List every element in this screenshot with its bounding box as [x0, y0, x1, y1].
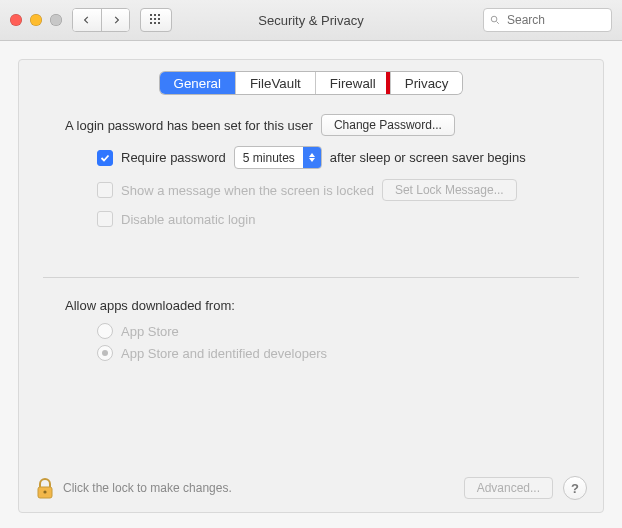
grid-icon — [149, 13, 163, 27]
search-field[interactable] — [483, 8, 612, 32]
svg-rect-1 — [154, 14, 156, 16]
delay-value: 5 minutes — [235, 151, 303, 165]
chevron-left-icon — [83, 16, 91, 24]
disable-auto-login-checkbox — [97, 211, 113, 227]
help-button[interactable]: ? — [563, 476, 587, 500]
checkmark-icon — [100, 153, 110, 163]
window-controls — [10, 14, 62, 26]
identified-developers-radio — [97, 345, 113, 361]
svg-rect-2 — [158, 14, 160, 16]
forward-button[interactable] — [101, 9, 129, 31]
back-button[interactable] — [73, 9, 101, 31]
identified-developers-label: App Store and identified developers — [121, 346, 327, 361]
divider — [43, 277, 579, 278]
show-message-checkbox — [97, 182, 113, 198]
lock-button[interactable] — [35, 477, 53, 499]
stepper-icon — [303, 147, 321, 168]
footer: Click the lock to make changes. Advanced… — [19, 464, 603, 512]
change-password-button[interactable]: Change Password... — [321, 114, 455, 136]
svg-point-9 — [491, 16, 497, 22]
tab-filevault[interactable]: FileVault — [235, 72, 315, 94]
general-content: A login password has been set for this u… — [19, 94, 603, 361]
titlebar: Security & Privacy — [0, 0, 622, 41]
lock-icon — [35, 477, 55, 501]
lock-text: Click the lock to make changes. — [63, 481, 232, 495]
search-input[interactable] — [505, 12, 605, 28]
svg-rect-5 — [158, 18, 160, 20]
appstore-radio — [97, 323, 113, 339]
svg-line-10 — [497, 22, 499, 24]
close-window-icon[interactable] — [10, 14, 22, 26]
tabs: General FileVault Firewall Privacy — [19, 72, 603, 94]
svg-rect-3 — [150, 18, 152, 20]
minimize-window-icon[interactable] — [30, 14, 42, 26]
svg-rect-4 — [154, 18, 156, 20]
zoom-window-icon — [50, 14, 62, 26]
set-lock-message-button: Set Lock Message... — [382, 179, 517, 201]
require-password-checkbox[interactable] — [97, 150, 113, 166]
allow-apps-heading: Allow apps downloaded from: — [65, 298, 235, 313]
tab-general[interactable]: General — [160, 72, 235, 94]
require-password-delay-select[interactable]: 5 minutes — [234, 146, 322, 169]
svg-point-12 — [43, 490, 46, 493]
disable-auto-login-label: Disable automatic login — [121, 212, 255, 227]
tab-privacy[interactable]: Privacy — [390, 72, 463, 94]
advanced-button[interactable]: Advanced... — [464, 477, 553, 499]
tab-firewall[interactable]: Firewall — [315, 72, 390, 94]
search-icon — [490, 14, 500, 26]
svg-rect-7 — [154, 22, 156, 24]
appstore-label: App Store — [121, 324, 179, 339]
show-all-button[interactable] — [140, 8, 172, 32]
svg-rect-6 — [150, 22, 152, 24]
show-message-label: Show a message when the screen is locked — [121, 183, 374, 198]
login-password-text: A login password has been set for this u… — [65, 118, 313, 133]
preferences-panel: General FileVault Firewall Privacy A log… — [18, 59, 604, 513]
svg-rect-0 — [150, 14, 152, 16]
after-sleep-text: after sleep or screen saver begins — [330, 150, 526, 165]
nav-back-forward — [72, 8, 130, 32]
svg-rect-8 — [158, 22, 160, 24]
require-password-label: Require password — [121, 150, 226, 165]
chevron-right-icon — [112, 16, 120, 24]
